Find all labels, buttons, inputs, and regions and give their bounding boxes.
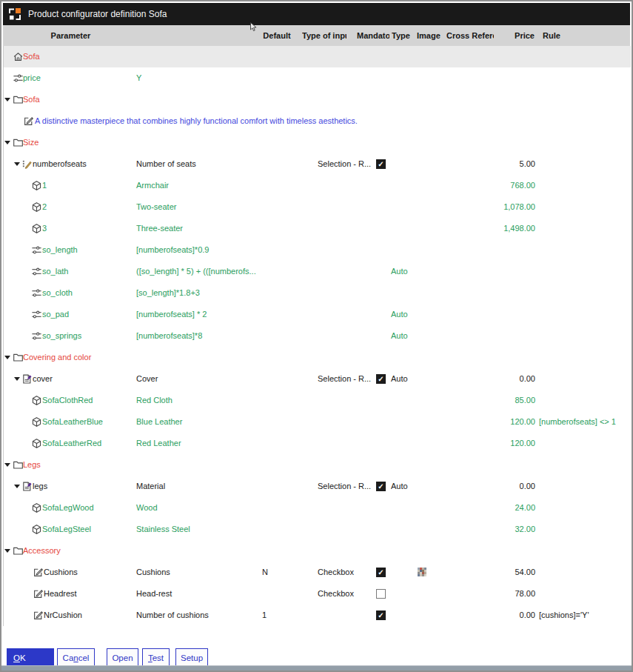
expand-arrow-icon[interactable] bbox=[4, 549, 10, 553]
default-value-cell: N bbox=[262, 562, 268, 583]
parameter-name: SofaLeatherRed bbox=[42, 433, 101, 454]
column-header-type-of-input[interactable]: Type of input bbox=[302, 25, 346, 46]
table-row[interactable]: Size bbox=[4, 132, 631, 153]
table-row[interactable]: SofaLeatherBlue Blue Leather 120.00 [num… bbox=[4, 411, 631, 433]
mandatory-cell bbox=[376, 159, 386, 169]
column-header-parameter[interactable]: Parameter bbox=[3, 25, 138, 46]
column-header-default[interactable]: Default bbox=[255, 25, 298, 46]
edit-icon bbox=[33, 567, 44, 578]
table-row[interactable]: NrCushion Number of cushions 1 0.00 [cus… bbox=[4, 605, 631, 626]
table-row[interactable]: Headrest Head-rest Checkbox 78.00 bbox=[4, 583, 631, 605]
test-button[interactable]: Test bbox=[142, 648, 170, 667]
mandatory-cell bbox=[376, 611, 386, 620]
expand-arrow-icon[interactable] bbox=[4, 98, 10, 102]
table-row[interactable]: 3 Three-seater 1,498.00 bbox=[4, 218, 631, 239]
expand-arrow-icon[interactable] bbox=[4, 463, 10, 467]
column-header-rule[interactable]: Rule bbox=[543, 25, 572, 46]
table-row[interactable]: price Y bbox=[4, 67, 631, 89]
cancel-button[interactable]: Cancel bbox=[57, 648, 95, 667]
mandatory-cell bbox=[376, 589, 386, 599]
folder-icon bbox=[13, 352, 24, 363]
table-row[interactable]: Accessory bbox=[4, 540, 631, 562]
tune-icon bbox=[13, 73, 24, 84]
expand-arrow-icon[interactable] bbox=[14, 485, 20, 488]
table-row[interactable]: so_lath ([so_length] * 5) + (([numberofs… bbox=[4, 261, 631, 282]
price-cell: 120.00 bbox=[445, 433, 535, 454]
parameter-name: 2 bbox=[42, 196, 47, 218]
default-value-cell: 1 bbox=[262, 605, 267, 626]
table-row[interactable]: SofaLegWood Wood 24.00 bbox=[4, 497, 631, 519]
ok-button[interactable]: OK bbox=[7, 648, 54, 667]
mandatory-checkbox[interactable] bbox=[376, 159, 386, 169]
expand-arrow-icon[interactable] bbox=[14, 162, 20, 166]
table-row[interactable]: Sofa bbox=[4, 46, 631, 67]
parameter-name: Cushions bbox=[44, 562, 78, 583]
description-cell: [numberofseats]*0.9 bbox=[136, 239, 209, 261]
description-cell: Blue Leather bbox=[136, 411, 182, 433]
description-cell: Red Leather bbox=[136, 433, 181, 454]
mandatory-checkbox[interactable] bbox=[376, 589, 386, 599]
parameter-name: SofaLegWood bbox=[42, 497, 94, 519]
description-cell: Number of seats bbox=[136, 153, 196, 175]
column-header-price[interactable]: Price bbox=[499, 25, 535, 46]
edit-icon bbox=[33, 610, 44, 621]
image-thumbnail[interactable] bbox=[418, 568, 426, 576]
table-row[interactable]: Legs bbox=[4, 454, 631, 476]
price-cell: 78.00 bbox=[445, 583, 535, 605]
parameter-name: 1 bbox=[42, 175, 47, 196]
price-cell: 54.00 bbox=[445, 562, 535, 583]
column-header-type[interactable]: Type bbox=[392, 25, 417, 46]
table-row[interactable]: so_springs [numberofseats]*8 Auto bbox=[4, 325, 631, 347]
parameter-name: A distinctive masterpiece that combines … bbox=[35, 110, 358, 132]
table-row[interactable]: SofaClothRed Red Cloth 85.00 bbox=[4, 390, 631, 411]
expand-arrow-icon[interactable] bbox=[4, 141, 10, 144]
parameter-name: SofaClothRed bbox=[42, 390, 93, 411]
description-cell: Red Cloth bbox=[136, 390, 173, 411]
type-of-input-cell: Selection - R... bbox=[318, 368, 375, 390]
setup-button[interactable]: Setup bbox=[175, 648, 208, 667]
mandatory-checkbox[interactable] bbox=[376, 611, 386, 620]
price-cell: 768.00 bbox=[445, 175, 535, 196]
edit-icon bbox=[33, 588, 44, 599]
table-row[interactable]: cover Cover Selection - R... Auto 0.00 bbox=[4, 368, 631, 390]
table-row[interactable]: numberofseats Number of seats Selection … bbox=[4, 153, 631, 175]
description-cell: Cushions bbox=[136, 562, 170, 583]
type-cell: Auto bbox=[391, 325, 408, 347]
table-row[interactable]: SofaLeatherRed Red Leather 120.00 bbox=[4, 433, 631, 454]
column-header-cross-reference[interactable]: Cross Reference bbox=[446, 25, 494, 46]
table-row[interactable]: 2 Two-seater 1,078.00 bbox=[4, 196, 631, 218]
table-row[interactable]: legs Material Selection - R... Auto 0.00 bbox=[4, 476, 631, 497]
table-row[interactable]: A distinctive masterpiece that combines … bbox=[4, 110, 631, 132]
expand-arrow-icon[interactable] bbox=[4, 356, 10, 359]
type-of-input-cell: Checkbox bbox=[318, 583, 375, 605]
table-row[interactable]: so_pad [numberofseats] * 2 Auto bbox=[4, 304, 631, 325]
table-row[interactable]: so_cloth [so_length]*1.8+3 bbox=[4, 282, 631, 304]
expand-arrow-icon[interactable] bbox=[14, 377, 20, 381]
column-header-image[interactable]: Image bbox=[417, 25, 446, 46]
mandatory-checkbox[interactable] bbox=[376, 482, 386, 491]
price-cell: 0.00 bbox=[445, 476, 535, 497]
type-of-input-cell: Selection - R... bbox=[318, 476, 375, 497]
table-row[interactable]: so_length [numberofseats]*0.9 bbox=[4, 239, 631, 261]
description-cell: Three-seater bbox=[136, 218, 183, 239]
price-cell: 0.00 bbox=[445, 605, 535, 626]
description-cell: ([so_length] * 5) + (([numberofs... bbox=[136, 261, 256, 282]
mandatory-checkbox[interactable] bbox=[376, 568, 386, 577]
table-row[interactable]: 1 Armchair 768.00 bbox=[4, 175, 631, 196]
parameter-name: numberofseats bbox=[33, 153, 87, 175]
window-titlebar: Product configurator definition Sofa bbox=[3, 3, 630, 25]
table-row[interactable]: Covering and color bbox=[4, 347, 631, 368]
column-header-mandatory[interactable]: Mandatory bbox=[357, 25, 389, 46]
description-cell: Stainless Steel bbox=[136, 519, 190, 540]
table-row[interactable]: SofaLegSteel Stainless Steel 32.00 bbox=[4, 519, 631, 540]
parameter-name: Covering and color bbox=[23, 347, 91, 368]
parameter-name: legs bbox=[33, 476, 47, 497]
open-button[interactable]: Open bbox=[107, 648, 138, 667]
parameter-name: NrCushion bbox=[44, 605, 82, 626]
mandatory-cell bbox=[376, 374, 386, 384]
table-row[interactable]: Cushions Cushions N Checkbox 54.00 bbox=[4, 562, 631, 583]
folder-icon bbox=[13, 545, 24, 556]
table-row[interactable]: Sofa bbox=[4, 89, 631, 110]
mandatory-checkbox[interactable] bbox=[376, 374, 386, 384]
description-cell: Two-seater bbox=[136, 196, 176, 218]
